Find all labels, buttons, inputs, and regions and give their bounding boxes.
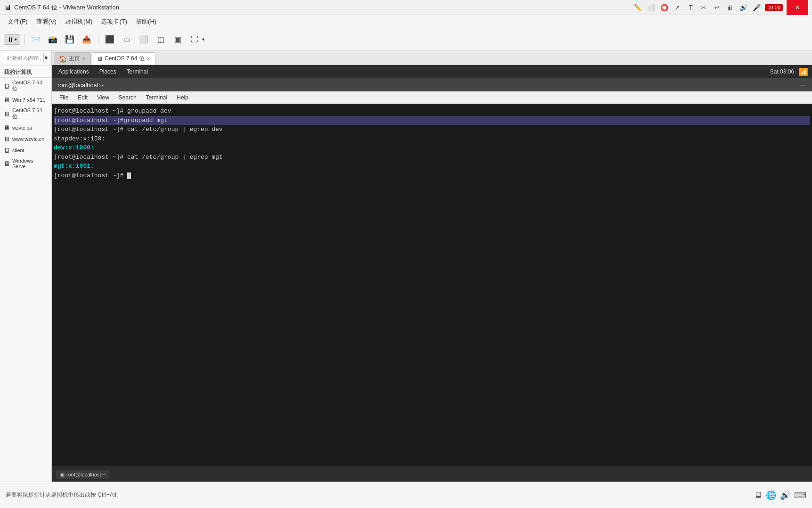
sidebar-item-windows-serve[interactable]: 🖥 Windows Serve [0, 156, 51, 171]
rectangle-icon[interactable]: ⬜ [646, 3, 656, 12]
term-menu-view[interactable]: View [93, 93, 113, 102]
term-prompt-2: [root@localhost ~]# [54, 117, 123, 124]
term-cmd-2: groupadd mgt [123, 117, 168, 124]
sidebar-item-centos2[interactable]: 🖥 CentOS 7 64 位 [0, 106, 51, 122]
term-line-5: dev:x:1000: [54, 143, 810, 153]
keyboard-icon[interactable]: ⌨ [794, 490, 806, 500]
term-menu-file[interactable]: File [56, 93, 72, 102]
terminal-output: [root@localhost ~]# groupadd dev [root@l… [52, 104, 812, 467]
tab-home-close[interactable]: ✕ [82, 56, 86, 61]
snapshot-btn[interactable]: 📸 [45, 32, 60, 47]
vm-taskbar: ▣ root@localhost:~ [52, 467, 812, 482]
vm-network-icon[interactable]: 📶 [799, 67, 808, 76]
vm-icon-wzvtc-ca: 🖥 [4, 124, 10, 131]
view3-btn[interactable]: ⬜ [136, 32, 151, 47]
toolbar-separator-1 [24, 34, 24, 45]
toolbar-separator-2 [98, 34, 98, 45]
vm-clock: Sat 03:06 [770, 68, 794, 75]
term-line-6: [root@localhost ~]# cat /etc/group | egr… [54, 153, 810, 162]
close-button[interactable]: ✕ [787, 0, 808, 15]
volume-bottom-icon[interactable]: 🔊 [780, 490, 790, 500]
menu-file[interactable]: 文件(F) [4, 16, 32, 27]
term-cmd-3: cat /etc/group | egrep dev [127, 126, 223, 133]
tab-vm-close[interactable]: ✕ [146, 56, 150, 61]
sidebar-item-wzvtc-ca[interactable]: 🖥 wzvtc ca [0, 122, 51, 133]
vm-menu-places[interactable]: Places [97, 67, 119, 76]
sidebar-label-centos1: CentOS 7 64 位 [12, 80, 48, 92]
terminal-window: root@localhost:~ — File Edit View Search… [52, 78, 812, 467]
address-input[interactable] [4, 53, 44, 63]
vm-icon-client: 🖥 [4, 147, 10, 154]
home-icon: 🏠 [59, 55, 67, 63]
snapshot3-btn[interactable]: 📤 [79, 32, 94, 47]
fullscreen-dropdown-icon[interactable]: ▾ [202, 37, 204, 42]
terminal-btn[interactable]: ▣ [170, 32, 185, 47]
term-out-7: mgt:x:1001: [54, 163, 94, 170]
menu-view[interactable]: 查看(V) [32, 16, 60, 27]
tab-vm-label: CentOS 7 64 位 [105, 55, 145, 63]
scissors-icon[interactable]: ✂ [699, 3, 708, 12]
pencil-icon[interactable]: ✏️ [633, 3, 642, 12]
vm-menu-terminal[interactable]: Terminal [124, 67, 151, 76]
sidebar-label-wzvtc-ca: wzvtc ca [12, 125, 32, 131]
menu-tab[interactable]: 选项卡(T) [97, 16, 131, 27]
term-menu-edit[interactable]: Edit [74, 93, 91, 102]
tab-home[interactable]: 🏠 主页 ✕ [54, 52, 91, 65]
term-line-1: [root@localhost ~]# groupadd dev [54, 107, 810, 116]
pause-dropdown-icon[interactable]: ▾ [15, 37, 17, 42]
vm-icon-wzvtc-cn: 🖥 [4, 135, 10, 143]
sidebar-item-win7[interactable]: 🖥 Win 7 x64 711 [0, 94, 51, 106]
view4-btn[interactable]: ◫ [153, 32, 168, 47]
bottom-icons: 🖥 🌐 🔊 ⌨ [754, 490, 806, 500]
term-prompt-1: [root@localhost ~]# [54, 107, 127, 115]
text-icon[interactable]: T [686, 3, 695, 12]
taskbar-terminal-icon: ▣ [59, 471, 65, 478]
title-bar-right: ✏️ ⬜ ⭕ ↗ T ✂ ↩ 🗑 🔊 🎤 00:00 ✕ [633, 0, 808, 15]
vm-top-menubar: Applications Places Terminal Sat 03:06 📶 [52, 65, 812, 78]
menu-help[interactable]: 帮助(H) [132, 16, 160, 27]
network-icon[interactable]: 🌐 [766, 490, 776, 500]
vm-menu-applications[interactable]: Applications [56, 67, 92, 76]
vm-icon-centos2: 🖥 [4, 110, 10, 118]
sidebar-section-title: 我的计算机 [0, 66, 51, 78]
term-line-4: stapdev:x:158: [54, 134, 810, 144]
vm-icon-windows-serve: 🖥 [4, 160, 10, 167]
arrow-icon[interactable]: ↗ [673, 3, 682, 12]
snapshot2-btn[interactable]: 💾 [62, 32, 77, 47]
circle-icon[interactable]: ⭕ [659, 3, 669, 12]
sidebar-item-client[interactable]: 🖥 client [0, 145, 51, 156]
taskbar-terminal-label: root@localhost:~ [66, 472, 106, 477]
monitor-icon[interactable]: 🖥 [754, 490, 762, 500]
app-title: CentOS 7 64 位 - VMware Workstation [14, 3, 119, 12]
taskbar-terminal-item[interactable]: ▣ root@localhost:~ [56, 470, 109, 479]
content-area: ▾ × 我的计算机 🖥 CentOS 7 64 位 🖥 Win 7 x64 71… [0, 51, 812, 482]
vm-top-left: Applications Places Terminal [56, 67, 151, 76]
term-line-3: [root@localhost ~]# cat /etc/group | egr… [54, 125, 810, 134]
sidebar-label-win7: Win 7 x64 711 [12, 97, 45, 103]
sidebar-label-client: client [12, 147, 24, 153]
view2-btn[interactable]: ▭ [119, 32, 134, 47]
undo-icon[interactable]: ↩ [712, 3, 722, 12]
left-sidebar: ▾ × 我的计算机 🖥 CentOS 7 64 位 🖥 Win 7 x64 71… [0, 51, 52, 482]
volume-icon[interactable]: 🔊 [739, 3, 748, 12]
fullscreen-btn[interactable]: ⛶ [187, 32, 202, 47]
sidebar-item-centos1[interactable]: 🖥 CentOS 7 64 位 [0, 78, 51, 94]
mic-icon[interactable]: 🎤 [752, 3, 761, 12]
terminal-minimize-btn[interactable]: — [799, 81, 806, 89]
term-menu-terminal[interactable]: Terminal [142, 93, 171, 102]
sidebar-close-btn[interactable]: × [42, 53, 49, 60]
menu-vm[interactable]: 虚拟机(M) [61, 16, 97, 27]
term-menu-search[interactable]: Search [115, 93, 140, 102]
term-out-4: stapdev:x:158: [54, 135, 105, 142]
term-menu-help[interactable]: Help [173, 93, 192, 102]
pause-button[interactable]: ⏸ ▾ [4, 34, 20, 45]
main-right: 🏠 主页 ✕ 🖥 CentOS 7 64 位 ✕ Applications Pl… [52, 51, 812, 482]
sidebar-item-wzvtc-cn[interactable]: 🖥 www.wzvtc.cn [0, 133, 51, 145]
send-ctrl-alt-del-btn[interactable]: 📨 [28, 32, 43, 47]
trash-icon[interactable]: 🗑 [725, 3, 735, 12]
timer-badge: 00:00 [765, 4, 783, 11]
term-line-7: mgt:x:1001: [54, 162, 810, 171]
view1-btn[interactable]: ⬛ [102, 32, 117, 47]
sidebar-label-centos2: CentOS 7 64 位 [12, 107, 48, 120]
tab-vm[interactable]: 🖥 CentOS 7 64 位 ✕ [92, 52, 155, 65]
